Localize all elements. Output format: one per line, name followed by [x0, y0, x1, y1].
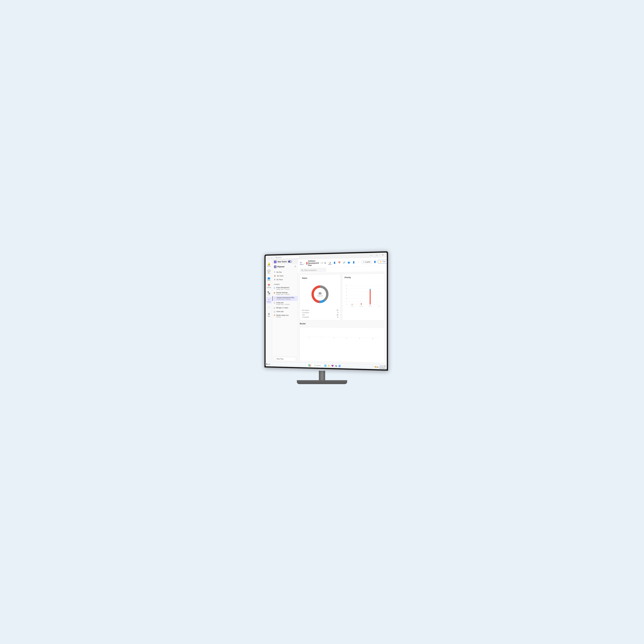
calls-label: Calls — [268, 294, 270, 295]
svg-text:6: 6 — [347, 338, 347, 339]
nav-item-calendar[interactable]: 📅 Calendar — [266, 283, 272, 289]
legend-left-completed: Completed — [302, 316, 309, 318]
weather-icon: ☀ — [266, 363, 268, 366]
filter-input[interactable]: 🔍 Filter by keyword — [300, 268, 326, 272]
software-dev-sub: Product Team > General — [277, 299, 296, 300]
main-content: My plans > P Software Development Plan ▾… — [298, 257, 387, 365]
apps-icon: ⊞ — [268, 312, 270, 315]
taskbar-search[interactable]: 🔍 Search — [312, 364, 323, 367]
weather-temp: 78°F — [268, 364, 270, 365]
status-chart-title: Status — [302, 277, 338, 279]
forward-button[interactable]: › — [270, 256, 273, 259]
plan-item-simple-plan[interactable]: 📋 Simple plan Design Team > General — [272, 301, 298, 306]
search-placeholder: Search — [277, 257, 282, 258]
taskbar-teams[interactable]: 💜 — [331, 364, 334, 367]
svg-rect-19 — [361, 303, 362, 305]
plan-item-website-redesign[interactable]: 🎨 Website Redesign Design Team > General — [272, 291, 298, 296]
sidebar-header: P Planner ⊟ — [272, 264, 298, 269]
taskbar-search-icon: 🔍 — [314, 365, 316, 366]
sidebar-nav-my-plans[interactable]: ☰ My Plans — [273, 278, 297, 281]
activity-label: Activity — [267, 266, 271, 267]
breadcrumb-separator: > — [304, 262, 305, 264]
nav-item-apps[interactable]: ⊞ Apps — [266, 311, 272, 318]
start-button[interactable] — [308, 364, 311, 367]
clock-date: 4/27/2023 — [379, 367, 386, 369]
weekly-sync-text: Weekly design sync Meeting — [276, 314, 297, 318]
simple-plan-icon: 📋 — [273, 302, 275, 304]
simple-plan-text: Simple plan Design Team > General — [276, 302, 297, 305]
svg-text:0: 0 — [346, 304, 347, 305]
chart-view-btn[interactable]: 📊 — [328, 261, 332, 265]
plan-item-weekly-sync[interactable]: ⏰ Weekly design sync Meeting — [272, 314, 298, 319]
svg-line-14 — [348, 295, 381, 295]
copilot-icon: ✦ — [363, 261, 364, 263]
nav-item-more[interactable]: ··· — [266, 304, 272, 311]
assign-btn[interactable]: 👤 — [352, 260, 356, 264]
grid-view-btn[interactable]: ⊞ — [323, 261, 327, 265]
bucket-bar-svg: 0 2 4 6 8 10 — [302, 329, 382, 339]
plan-dropdown-icon[interactable]: ▾ — [321, 262, 322, 264]
person-view-btn[interactable]: 👤 — [333, 261, 337, 265]
account-button[interactable]: 👤 — [373, 260, 377, 264]
taskbar-store[interactable]: 🛍 — [335, 364, 338, 367]
sidebar-expand-icon[interactable]: ⊟ — [294, 265, 296, 267]
svg-rect-33 — [309, 364, 310, 365]
breadcrumb-parent[interactable]: My plans — [300, 261, 304, 265]
filter-search-icon: 🔍 — [301, 269, 303, 271]
svg-rect-34 — [310, 364, 311, 365]
weekly-sync-sub: Meeting — [276, 316, 297, 318]
charts-row: Status — [300, 273, 385, 321]
plan-item-manager-11[interactable]: 📋 Manager 1:1 topics — [272, 306, 298, 310]
nav-item-teams[interactable]: 👥 Teams — [266, 275, 272, 282]
project-management-sub: Design Team > General — [276, 288, 297, 290]
priority-chart-title: Priority — [344, 276, 382, 279]
manager-11-icon: 📋 — [273, 307, 275, 309]
chevron-up-icon[interactable]: ^ — [374, 366, 374, 368]
network-icon[interactable]: 📶 — [375, 366, 377, 368]
plan-edit-icon[interactable]: ✏ — [322, 262, 323, 264]
plan-item-software-dev[interactable]: 📋 Software Development Plan Product Team… — [272, 296, 298, 301]
trial-button[interactable]: ⭐ Trial — [378, 260, 387, 264]
header-tools: ⊞ 📊 👤 📅 🔗 👥 👤 ··· ✦ Copilot — [323, 259, 387, 265]
maximize-button[interactable]: □ — [374, 253, 380, 258]
volume-icon[interactable]: 🔊 — [377, 366, 379, 368]
more-tools-btn[interactable]: ··· — [357, 260, 361, 264]
monitor-screen: ‹ › 🔍 Search — □ ✕ — [264, 251, 388, 371]
back-button[interactable]: ‹ — [267, 256, 270, 259]
title-search[interactable]: 🔍 Search — [274, 256, 299, 259]
team-view-btn[interactable]: 👥 — [347, 260, 351, 264]
taskbar-edge[interactable]: 🌐 — [324, 364, 327, 367]
software-dev-text: Software Development Plan Product Team >… — [277, 297, 296, 300]
taskbar-browser[interactable]: 🌀 — [338, 364, 341, 368]
plan-item-project-management[interactable]: 🗂 Project Management Design Team > Gener… — [272, 286, 298, 291]
svg-line-26 — [305, 337, 380, 338]
nav-item-calls[interactable]: 📞 Calls — [266, 290, 272, 296]
weather-widget[interactable]: ☀ 78°F — [267, 363, 269, 366]
svg-text:15: 15 — [346, 295, 347, 296]
clock-time: 11:11 AM — [379, 365, 386, 367]
toggle-knob — [290, 261, 292, 262]
sidebar-nav-my-day[interactable]: ☀ My Day — [273, 270, 297, 274]
svg-text:0: 0 — [309, 337, 309, 338]
close-button[interactable]: ✕ — [380, 253, 386, 257]
nav-item-chat[interactable]: 💬 Chat — [266, 268, 272, 275]
simple-plan-sub: Design Team > General — [276, 304, 297, 305]
taskbar-explorer[interactable]: 📁 — [328, 364, 330, 367]
donut-number: 33 — [319, 292, 322, 295]
my-day-label: My Day — [277, 271, 282, 273]
new-plan-button[interactable]: + New Plan — [274, 357, 296, 361]
nav-item-planner[interactable]: ✓ Planner — [266, 297, 272, 304]
legend-late: Late 16 — [302, 314, 338, 316]
link-btn[interactable]: 🔗 — [342, 260, 346, 264]
sidebar-nav-my-tasks[interactable]: 🏠 My Tasks — [273, 274, 297, 278]
copilot-button[interactable]: ✦ Copilot — [361, 260, 372, 264]
plan-item-career-plan[interactable]: 📋 Career plan — [272, 310, 298, 314]
nav-item-activity[interactable]: 🔔 Activity — [266, 261, 272, 268]
legend-left-not-started: Not started — [302, 309, 309, 311]
new-teams-toggle[interactable] — [288, 260, 292, 263]
svg-rect-18 — [352, 304, 353, 305]
career-plan-text: Career plan — [276, 311, 297, 312]
calendar-view-btn[interactable]: 📅 — [337, 261, 341, 265]
project-management-icon: 🗂 — [273, 287, 275, 289]
minimize-button[interactable]: — — [368, 253, 374, 258]
